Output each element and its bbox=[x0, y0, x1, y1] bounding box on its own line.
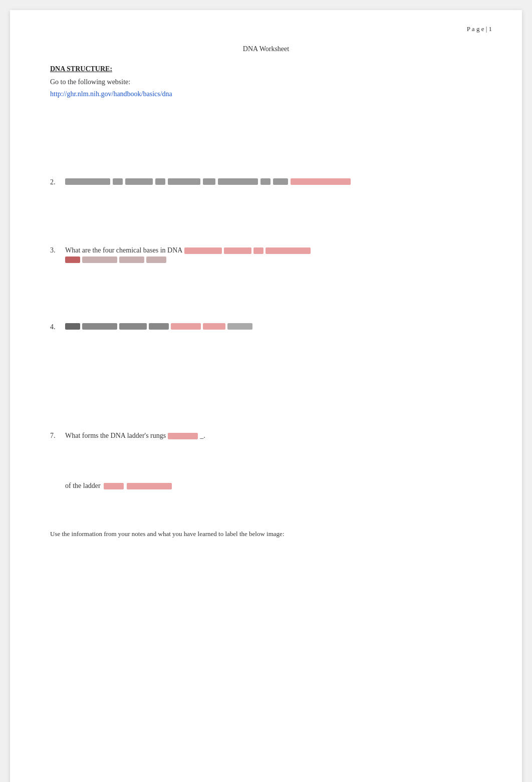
q3-second-row bbox=[65, 256, 166, 263]
redacted-3 bbox=[125, 178, 153, 185]
document-page: P a g e | 1 DNA Worksheet DNA STRUCTURE:… bbox=[10, 10, 522, 782]
question-2: 2. bbox=[50, 178, 482, 186]
question-number-7: 7. bbox=[50, 432, 65, 440]
redacted-7 bbox=[218, 178, 258, 185]
question-3-content: What are the four chemical bases in DNA bbox=[65, 246, 482, 263]
question-number-3: 3. bbox=[50, 246, 65, 254]
redacted-5 bbox=[168, 178, 200, 185]
redacted-q4-4 bbox=[149, 323, 169, 330]
redacted-q4-6 bbox=[203, 323, 225, 330]
section-header: DNA STRUCTURE: bbox=[50, 65, 482, 73]
q4-row bbox=[65, 323, 252, 330]
redacted-q3-8 bbox=[146, 256, 166, 263]
redacted-6 bbox=[203, 178, 215, 185]
redacted-q3-1 bbox=[184, 247, 222, 254]
redacted-q7-1 bbox=[168, 433, 198, 439]
redacted-q4-1 bbox=[65, 323, 80, 330]
redacted-q3-6 bbox=[82, 256, 117, 263]
redacted-4 bbox=[155, 178, 165, 185]
q7-text: What forms the DNA ladder's rungs bbox=[65, 432, 166, 440]
q7-underscore: _. bbox=[200, 432, 205, 440]
redacted-q3-5 bbox=[65, 256, 80, 263]
q2-line bbox=[65, 178, 351, 185]
question-2-content bbox=[65, 178, 482, 185]
question-number-4: 4. bbox=[50, 323, 65, 331]
redacted-9 bbox=[273, 178, 288, 185]
question-3: 3. What are the four chemical bases in D… bbox=[50, 246, 482, 263]
page-number: P a g e | 1 bbox=[467, 25, 492, 33]
redacted-q3-3 bbox=[253, 247, 263, 254]
question-4-content bbox=[65, 323, 482, 332]
q3-text: What are the four chemical bases in DNA bbox=[65, 246, 182, 254]
redacted-sub-2 bbox=[127, 483, 172, 489]
redacted-q3-4 bbox=[265, 247, 311, 254]
redacted-q3-7 bbox=[119, 256, 144, 263]
redacted-q4-5 bbox=[171, 323, 201, 330]
question-number-2: 2. bbox=[50, 178, 65, 186]
website-link[interactable]: http://ghr.nlm.nih.gov/handbook/basics/d… bbox=[50, 90, 482, 98]
redacted-8 bbox=[260, 178, 271, 185]
page-title: DNA Worksheet bbox=[50, 45, 482, 53]
sub-item-ladder: of the ladder bbox=[50, 482, 482, 490]
redacted-1 bbox=[65, 178, 110, 185]
redacted-sub-1 bbox=[104, 483, 124, 489]
question-7-content: What forms the DNA ladder's rungs _. bbox=[65, 432, 482, 442]
q3-first-row: What are the four chemical bases in DNA bbox=[65, 246, 311, 254]
question-7: 7. What forms the DNA ladder's rungs _. bbox=[50, 432, 482, 442]
redacted-q4-3 bbox=[119, 323, 147, 330]
sub-item-text: of the ladder bbox=[65, 482, 101, 490]
q3-line: What are the four chemical bases in DNA bbox=[65, 246, 311, 263]
redacted-2 bbox=[113, 178, 123, 185]
redacted-q4-2 bbox=[82, 323, 117, 330]
redacted-q3-2 bbox=[224, 247, 251, 254]
bottom-instruction: Use the information from your notes and … bbox=[50, 530, 482, 538]
redacted-q4-7 bbox=[227, 323, 252, 330]
q7-row: What forms the DNA ladder's rungs _. bbox=[65, 432, 205, 440]
instruction-text: Go to the following website: bbox=[50, 78, 482, 86]
question-4: 4. bbox=[50, 323, 482, 332]
redacted-10 bbox=[291, 178, 351, 185]
